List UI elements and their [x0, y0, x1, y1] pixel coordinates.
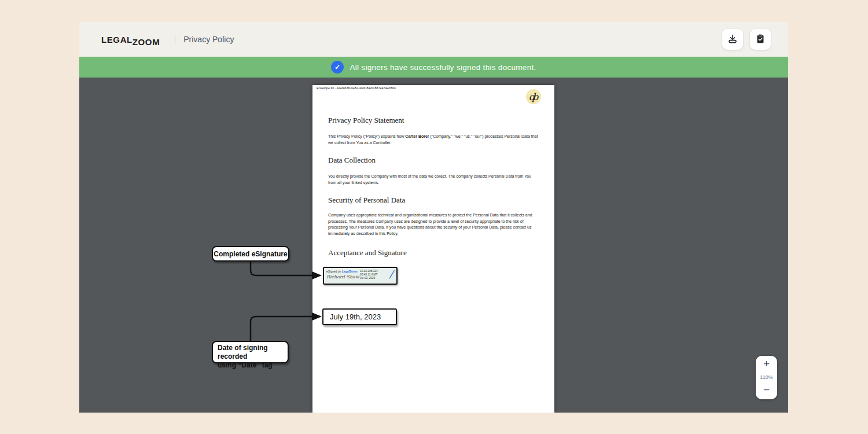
document-viewer: Envelope ID - 44efa636-9e82-440f-8420-88… [79, 78, 788, 413]
esigned-brand-link: LegalZoom [342, 270, 358, 273]
download-icon [727, 34, 738, 46]
zoom-control: + 110% − [756, 356, 777, 399]
document-page: Envelope ID - 44efa636-9e82-440f-8420-88… [312, 85, 554, 413]
doc-heading-data-collection: Data Collection [328, 156, 376, 165]
check-circle-icon: ✓ [331, 61, 344, 73]
esignature-block: eSigned on LegalZoom Richard Shaw 10.22.… [323, 267, 398, 285]
doc-paragraph-intro: This Privacy Policy ("Policy") explains … [328, 134, 540, 146]
document-title: Privacy Policy [183, 35, 234, 44]
success-banner: ✓ All signers have successfully signed t… [79, 57, 788, 78]
company-name: Carter Borer [405, 134, 429, 138]
zoom-level: 110% [760, 374, 773, 380]
callout-date-tag: Date of signing recorded using “Date” ta… [212, 341, 289, 363]
header: LEGAL ZOOM Privacy Policy [79, 22, 788, 57]
signature-script-name: Richard Shaw [326, 274, 360, 279]
logo-text-legal: LEGAL [101, 35, 133, 45]
envelope-id: Envelope ID - 44efa636-9e82-440f-8420-88… [317, 86, 396, 90]
signing-date: Jul 19, 2023 [360, 277, 384, 280]
company-monogram-badge: qb [526, 89, 541, 104]
download-button[interactable] [722, 29, 743, 50]
doc-paragraph-data-collection: You directly provide the Company with mo… [328, 174, 540, 186]
callout-date-line2: using “Date” tag [218, 361, 283, 370]
doc-paragraph-security: Company uses appropriate technical and o… [328, 212, 540, 237]
date-tag-field: July 19th, 2023 [322, 308, 397, 325]
audit-trail-button[interactable] [750, 29, 771, 50]
header-divider [175, 35, 175, 45]
signature-slash-mark: / [389, 269, 393, 281]
esignature-left: eSigned on LegalZoom Richard Shaw [324, 268, 360, 284]
header-actions [722, 29, 771, 50]
esigned-prefix: eSigned on [326, 270, 342, 273]
callout-completed-esignature: Completed eSignature [212, 246, 289, 262]
success-banner-text: All signers have successfully signed thi… [350, 63, 536, 72]
logo-text-zoom: ZOOM [133, 37, 160, 47]
callout-date-line1: Date of signing recorded [218, 344, 283, 361]
esigned-on-line: eSigned on LegalZoom [326, 270, 360, 273]
doc-heading-acceptance-signature: Acceptance and Signature [328, 248, 407, 258]
legalzoom-logo: LEGAL ZOOM [101, 35, 160, 45]
zoom-out-button[interactable]: − [763, 385, 770, 395]
esignature-meta: 10.22.208.124 05:43:11 GMT Jul 19, 2023 [360, 268, 384, 284]
zoom-in-button[interactable]: + [763, 359, 770, 369]
intro-pre: This Privacy Policy ("Policy") explains … [328, 134, 405, 138]
doc-heading-security: Security of Personal Data [328, 196, 405, 205]
app-window: LEGAL ZOOM Privacy Policy [79, 22, 788, 413]
clipboard-check-icon [755, 34, 766, 46]
doc-heading-privacy-policy-statement: Privacy Policy Statement [328, 116, 404, 125]
